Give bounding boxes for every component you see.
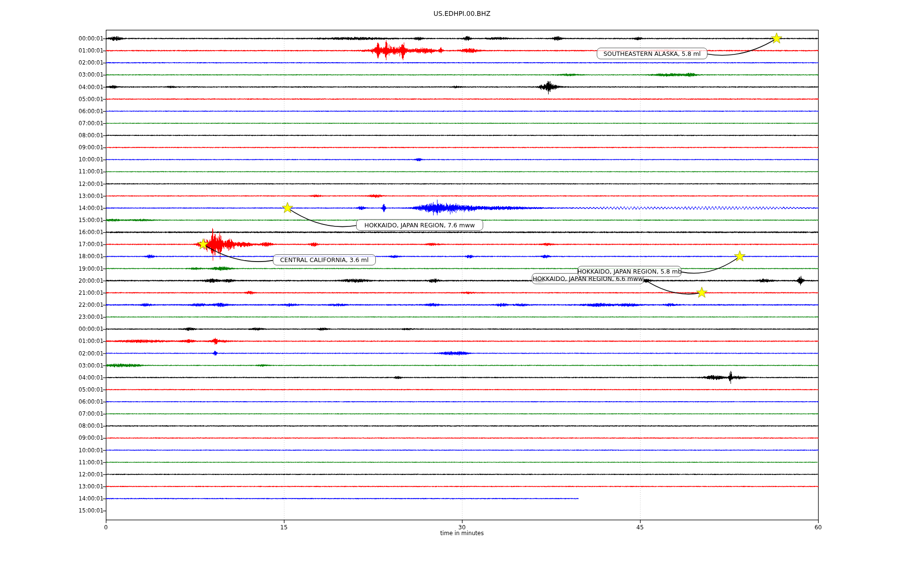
row-time-label: 08:00:01: [0, 422, 103, 430]
row-time-label: 12:00:01: [0, 180, 103, 188]
row-time-label: 05:00:01: [0, 386, 103, 394]
row-time-label: 20:00:01: [0, 277, 103, 285]
row-time-label: 09:00:01: [0, 144, 103, 151]
row-time-label: 10:00:01: [0, 447, 103, 454]
row-time-label: 03:00:01: [0, 71, 103, 79]
event-annotation-box: HOKKAIDO, JAPAN REGION, 5.8 mb: [578, 266, 681, 277]
row-time-label: 02:00:01: [0, 350, 103, 357]
row-time-label: 17:00:01: [0, 240, 103, 248]
row-time-label: 01:00:01: [0, 337, 103, 345]
row-time-label: 11:00:01: [0, 459, 103, 466]
row-time-label: 02:00:01: [0, 59, 103, 66]
row-time-label: 05:00:01: [0, 95, 103, 103]
seismogram-canvas: [0, 0, 924, 578]
row-time-label: 18:00:01: [0, 252, 103, 260]
row-time-label: 16:00:01: [0, 228, 103, 236]
row-time-label: 00:00:01: [0, 325, 103, 333]
row-time-label: 15:00:01: [0, 507, 103, 514]
row-time-label: 11:00:01: [0, 168, 103, 175]
row-time-label: 10:00:01: [0, 156, 103, 163]
x-axis-title: time in minutes: [0, 530, 924, 537]
seismogram-dayplot: US.EDHPI.00.BHZ 00:00:0101:00:0102:00:01…: [0, 0, 924, 578]
row-time-label: 14:00:01: [0, 204, 103, 212]
row-time-label: 01:00:01: [0, 47, 103, 54]
event-annotation-box: SOUTHEASTERN ALASKA, 5.8 ml: [597, 48, 707, 59]
row-time-label: 07:00:01: [0, 119, 103, 127]
row-time-label: 04:00:01: [0, 83, 103, 91]
row-time-label: 04:00:01: [0, 374, 103, 381]
row-time-label: 19:00:01: [0, 265, 103, 273]
row-time-label: 21:00:01: [0, 289, 103, 297]
row-time-label: 13:00:01: [0, 192, 103, 200]
row-time-label: 00:00:01: [0, 35, 103, 42]
row-time-label: 22:00:01: [0, 301, 103, 309]
event-annotation-box: HOKKAIDO, JAPAN REGION, 7.6 mww: [356, 219, 483, 231]
row-time-label: 08:00:01: [0, 131, 103, 139]
event-annotation-box: CENTRAL CALIFORNIA, 3.6 ml: [273, 254, 376, 265]
row-time-label: 14:00:01: [0, 495, 103, 502]
row-time-label: 06:00:01: [0, 107, 103, 115]
row-time-label: 07:00:01: [0, 410, 103, 418]
row-time-label: 23:00:01: [0, 313, 103, 321]
row-time-label: 13:00:01: [0, 483, 103, 490]
row-time-label: 09:00:01: [0, 434, 103, 442]
row-time-label: 06:00:01: [0, 398, 103, 406]
plot-title: US.EDHPI.00.BHZ: [0, 10, 924, 17]
row-time-label: 12:00:01: [0, 471, 103, 478]
row-time-label: 15:00:01: [0, 216, 103, 224]
row-time-label: 03:00:01: [0, 362, 103, 369]
